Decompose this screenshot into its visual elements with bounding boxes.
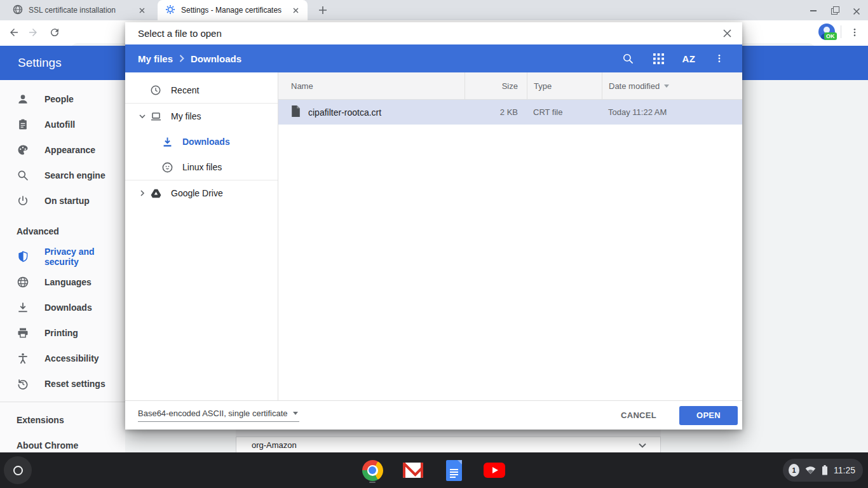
google-docs-icon: [446, 460, 462, 481]
sidebar-item-people[interactable]: People: [0, 86, 125, 112]
palette-icon: [17, 144, 29, 156]
clock-time: 11:25: [834, 465, 855, 475]
dialog-sidebar: Recent My files Downloads: [125, 72, 278, 400]
sidebar-item-accessibility[interactable]: Accessibility: [0, 346, 125, 371]
status-tray[interactable]: 1 11:25: [783, 459, 863, 482]
shelf-apps: [362, 452, 505, 488]
dialog-close-icon[interactable]: [719, 26, 735, 41]
file-size: 2 KB: [465, 107, 527, 117]
file-icon: [291, 105, 301, 119]
file-list: Name Size Type Date modified cipafilter-…: [278, 72, 742, 400]
column-header-label: Date modified: [609, 81, 660, 91]
close-window-icon[interactable]: [853, 6, 860, 14]
minimize-icon[interactable]: [810, 6, 817, 14]
file-row-cipafilter-rootca[interactable]: cipafilter-rootca.crt 2 KB CRT file Toda…: [278, 100, 742, 125]
sidebar-item-downloads[interactable]: Downloads: [0, 295, 125, 320]
sidebar-item-reset-settings[interactable]: Reset settings: [0, 371, 125, 396]
launcher-icon: [13, 466, 23, 475]
sidebar-item-label: People: [44, 94, 74, 104]
certificate-org-label: org-Amazon: [252, 440, 297, 450]
reload-icon[interactable]: [47, 25, 62, 40]
browser-menu-icon[interactable]: [847, 25, 862, 40]
sidebar-item-printing[interactable]: Printing: [0, 320, 125, 346]
breadcrumb-downloads[interactable]: Downloads: [191, 53, 241, 64]
window-controls: [810, 0, 863, 20]
restore-history-icon: [17, 377, 29, 390]
notification-count-badge: 1: [789, 464, 799, 477]
sidebar-item-label: Accessibility: [44, 353, 99, 363]
shelf-app-youtube[interactable]: [484, 458, 505, 483]
sidebar-item-recent[interactable]: Recent: [125, 78, 278, 103]
certificate-format-select[interactable]: Base64-encoded ASCII, single certificate: [138, 409, 299, 422]
sidebar-item-languages[interactable]: Languages: [0, 269, 125, 295]
grid-view-icon[interactable]: [643, 47, 674, 70]
tab-ssl-certificate[interactable]: SSL certificate installation: [5, 0, 154, 20]
avatar-status-badge: OK: [824, 32, 837, 40]
column-header-size[interactable]: Size: [465, 72, 527, 99]
dialog-menu-icon[interactable]: [704, 47, 735, 70]
sort-direction-icon: [664, 85, 669, 88]
sort-az-icon[interactable]: AZ: [674, 47, 704, 70]
shelf-app-docs[interactable]: [443, 458, 465, 483]
back-icon[interactable]: [6, 25, 22, 40]
sidebar-item-label: Google Drive: [171, 188, 223, 198]
google-drive-icon: [149, 187, 162, 200]
cancel-button[interactable]: CANCEL: [614, 405, 663, 425]
dialog-titlebar: Select a file to open: [125, 22, 742, 44]
dropdown-arrow-icon: [293, 412, 298, 415]
search-icon[interactable]: [613, 47, 643, 70]
sidebar-item-google-drive[interactable]: Google Drive: [125, 180, 278, 206]
chevron-right-icon[interactable]: [135, 190, 149, 196]
download-icon: [17, 301, 29, 314]
shield-icon: [17, 250, 29, 263]
forward-icon[interactable]: [25, 25, 41, 40]
file-list-header: Name Size Type Date modified: [278, 72, 742, 100]
sidebar-item-label: Recent: [171, 85, 199, 95]
file-name: cipafilter-rootca.crt: [308, 107, 381, 118]
person-icon: [17, 93, 29, 105]
new-tab-button[interactable]: [315, 3, 330, 18]
sidebar-item-linux-files[interactable]: Linux files: [125, 154, 278, 180]
laptop-icon: [149, 110, 162, 123]
sidebar-item-label: Downloads: [182, 137, 230, 147]
settings-page-title: Settings: [18, 46, 62, 80]
restore-window-icon[interactable]: [831, 6, 839, 14]
sidebar-item-autofill[interactable]: Autofill: [0, 112, 125, 137]
gmail-icon: [403, 463, 423, 478]
search-icon: [17, 169, 29, 182]
sidebar-item-search-engine[interactable]: Search engine: [0, 163, 125, 188]
tab-close-icon[interactable]: [290, 4, 301, 16]
file-picker-dialog: Select a file to open My files Downloads…: [125, 22, 742, 430]
column-header-date-modified[interactable]: Date modified: [602, 72, 742, 99]
certificate-list-strip: [236, 430, 661, 437]
youtube-icon: [484, 463, 505, 478]
toolbar-divider: [841, 25, 841, 38]
breadcrumb-my-files[interactable]: My files: [138, 53, 173, 64]
sidebar-item-label: Downloads: [44, 302, 92, 313]
sidebar-item-label: Reset settings: [44, 379, 105, 389]
tab-settings-manage-certificates[interactable]: Settings - Manage certificates: [158, 0, 308, 20]
column-header-name[interactable]: Name: [278, 81, 465, 91]
file-type: CRT file: [527, 107, 602, 117]
sidebar-item-on-startup[interactable]: On startup: [0, 188, 125, 214]
sidebar-item-appearance[interactable]: Appearance: [0, 137, 125, 163]
shelf-app-gmail[interactable]: [402, 458, 424, 483]
sidebar-item-privacy-security[interactable]: Privacy and security: [0, 244, 125, 269]
certificate-org-row[interactable]: org-Amazon: [236, 437, 661, 453]
sidebar-item-my-files[interactable]: My files: [125, 104, 278, 129]
tab-close-icon[interactable]: [136, 4, 147, 16]
tab-title: SSL certificate installation: [29, 6, 136, 15]
chevron-down-icon[interactable]: [639, 440, 646, 450]
chevron-down-icon[interactable]: [135, 114, 149, 119]
column-header-type[interactable]: Type: [527, 72, 602, 99]
gear-favicon-icon: [165, 4, 175, 17]
sidebar-item-extensions[interactable]: Extensions: [0, 407, 125, 433]
shelf-app-chrome[interactable]: [362, 458, 383, 483]
open-button[interactable]: OPEN: [679, 406, 738, 425]
profile-avatar[interactable]: OK: [818, 24, 836, 41]
globe-icon: [17, 276, 29, 288]
sidebar-item-downloads[interactable]: Downloads: [125, 129, 278, 154]
printer-icon: [17, 327, 29, 339]
chrome-icon: [362, 460, 383, 481]
launcher-button[interactable]: [4, 456, 32, 484]
